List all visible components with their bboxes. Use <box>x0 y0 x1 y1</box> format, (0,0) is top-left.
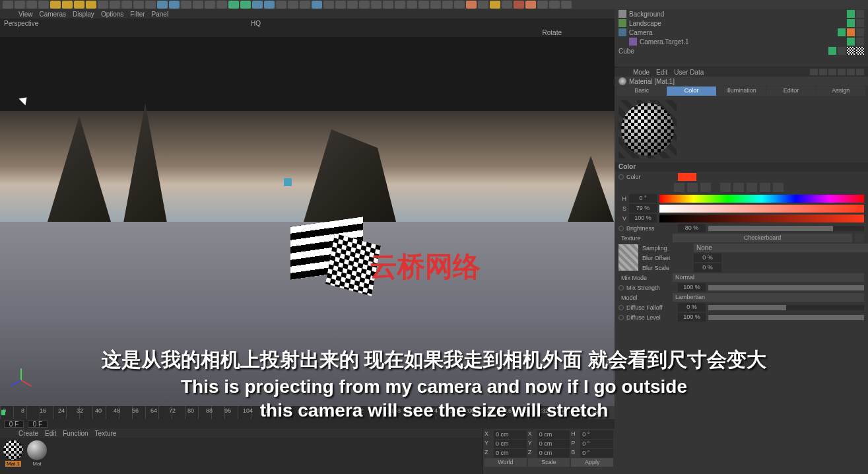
toolbar-icon[interactable] <box>62 1 73 9</box>
coord-value[interactable]: 0 cm <box>494 430 527 439</box>
menu-display[interactable]: Display <box>73 11 94 18</box>
toolbar-icon[interactable] <box>121 1 132 9</box>
toolbar-icon[interactable] <box>514 1 524 9</box>
hue-slider[interactable] <box>659 195 864 203</box>
toolbar-icon[interactable] <box>442 1 453 9</box>
object-tag[interactable] <box>856 47 864 55</box>
object-tag[interactable] <box>847 47 855 55</box>
toolbar-icon[interactable] <box>359 1 370 9</box>
toolbar-icon[interactable] <box>205 1 215 9</box>
toolbar-icon[interactable] <box>38 1 49 9</box>
menu-function[interactable]: Function <box>63 430 88 437</box>
viewport-3d[interactable]: 云桥网络 <box>0 37 615 406</box>
toolbar-icon[interactable] <box>323 1 334 9</box>
toolbar-icon[interactable] <box>407 1 417 9</box>
object-row[interactable]: Camera <box>615 28 868 37</box>
toolbar-icon[interactable] <box>525 1 536 9</box>
coord-scale[interactable]: Scale <box>528 458 570 467</box>
axis-gizmo[interactable] <box>8 366 34 393</box>
menu-userdata[interactable]: User Data <box>674 69 704 76</box>
texture-name[interactable]: Checkerboard <box>673 234 852 242</box>
material-slot[interactable]: Mat <box>26 440 48 471</box>
coord-value[interactable]: 0 ° <box>580 430 613 439</box>
difffalloff-value[interactable]: 0 % <box>678 303 706 312</box>
toolbar-icon[interactable] <box>228 1 239 9</box>
picker-icon[interactable] <box>700 183 711 192</box>
object-row[interactable]: Cube <box>615 46 868 55</box>
preview-sphere[interactable] <box>621 103 674 156</box>
keyframe-dot[interactable] <box>618 285 624 290</box>
coord-value[interactable]: 0 cm <box>537 440 570 448</box>
object-tag[interactable] <box>856 28 864 36</box>
toolbar-icon[interactable] <box>312 1 322 9</box>
toolbar-icon[interactable] <box>371 1 382 9</box>
mixstrength-slider[interactable] <box>708 285 864 290</box>
picker-icon[interactable] <box>747 183 757 192</box>
hsv-icon[interactable] <box>733 183 744 192</box>
picker-icon[interactable] <box>674 183 684 192</box>
object-tag[interactable] <box>847 38 855 46</box>
bluroffset-value[interactable]: 0 % <box>694 254 721 262</box>
difflevel-slider[interactable] <box>708 315 864 320</box>
toolbar-icon[interactable] <box>537 1 548 9</box>
toolbar-icon[interactable] <box>347 1 358 9</box>
picker-icon[interactable] <box>720 183 731 192</box>
scene-cube[interactable] <box>284 215 376 301</box>
texture-browse-icon[interactable] <box>855 234 864 242</box>
toolbar-icon[interactable] <box>252 1 263 9</box>
toolbar-icon[interactable] <box>502 1 512 9</box>
coord-value[interactable]: 0 ° <box>580 440 613 448</box>
coord-value[interactable]: 0 cm <box>494 440 527 448</box>
toolbar-icon[interactable] <box>430 1 441 9</box>
menu-mode[interactable]: Mode <box>633 69 650 76</box>
toolbar-icon[interactable] <box>169 1 180 9</box>
toolbar-icon[interactable] <box>276 1 286 9</box>
toolbar-icon[interactable] <box>240 1 251 9</box>
toolbar-icon[interactable] <box>50 1 61 9</box>
toolbar-icon[interactable] <box>383 1 393 9</box>
menu-options[interactable]: Options <box>101 11 123 18</box>
toolbar-icon[interactable] <box>454 1 465 9</box>
toolbar-icon[interactable] <box>15 1 25 9</box>
coord-value[interactable]: 0 cm <box>537 449 570 457</box>
blurscale-value[interactable]: 0 % <box>694 263 721 272</box>
difflevel-value[interactable]: 100 % <box>678 313 706 322</box>
toolbar-icon[interactable] <box>490 1 500 9</box>
tab-illumination[interactable]: Illumination <box>717 86 766 96</box>
sampling-value[interactable]: None <box>694 244 868 252</box>
material-name[interactable]: Mat <box>31 461 42 467</box>
toolbar-icon[interactable] <box>181 1 191 9</box>
timeline-ruler[interactable]: 0816243240485664728088961041121201281361… <box>0 406 588 419</box>
brightness-slider[interactable] <box>708 226 864 231</box>
toolbar-icon[interactable] <box>98 1 108 9</box>
picker-icon[interactable] <box>760 183 770 192</box>
object-tag[interactable] <box>847 19 855 27</box>
tab-editor[interactable]: Editor <box>766 86 815 96</box>
val-slider[interactable] <box>659 215 864 222</box>
brightness-value[interactable]: 80 % <box>678 224 706 232</box>
menu-create[interactable]: Create <box>18 430 38 437</box>
toolbar-icon[interactable] <box>478 1 488 9</box>
toolbar-icon[interactable] <box>145 1 156 9</box>
toolbar-icon[interactable] <box>157 1 168 9</box>
coord-value[interactable]: 0 cm <box>494 449 527 457</box>
toolbar-icon[interactable] <box>418 1 429 9</box>
object-row[interactable]: Camera.Target.1 <box>615 37 868 46</box>
toolbar-icon[interactable] <box>86 1 96 9</box>
material-slot[interactable]: Mat.1 <box>3 440 24 471</box>
toolbar-icon[interactable] <box>193 1 203 9</box>
difffalloff-slider[interactable] <box>708 305 864 310</box>
frame-current[interactable]: 0 F <box>28 421 48 428</box>
toolbar-icon[interactable] <box>74 1 84 9</box>
s-value[interactable]: 79 % <box>629 204 657 213</box>
mixstrength-value[interactable]: 100 % <box>678 283 706 292</box>
coord-value[interactable]: 0 ° <box>580 449 613 457</box>
toolbar-icon[interactable] <box>217 1 227 9</box>
material-preview-icon[interactable] <box>27 440 47 460</box>
toolbar-icon[interactable] <box>26 1 37 9</box>
sat-slider[interactable] <box>659 205 864 213</box>
menu-edit[interactable]: Edit <box>656 69 667 76</box>
coord-value[interactable]: 0 cm <box>537 430 570 439</box>
keyframe-dot[interactable] <box>618 315 624 320</box>
object-row[interactable]: Background <box>615 9 868 18</box>
